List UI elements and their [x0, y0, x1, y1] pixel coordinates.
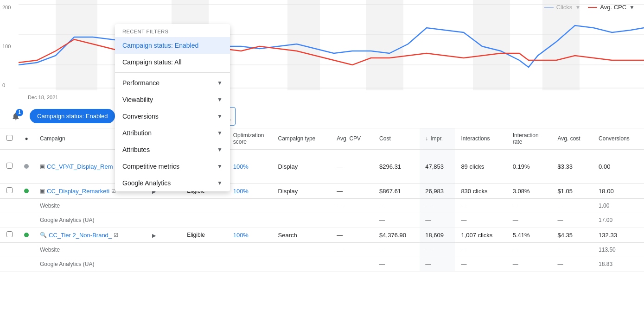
table-row: ▣ CC_VPAT_Display_Rem ✉ ▶ Eligible(Limit… [0, 149, 644, 183]
svg-rect-5 [542, 0, 580, 90]
th-interactions[interactable]: Interactions [455, 128, 507, 149]
svg-rect-4 [473, 0, 510, 90]
th-cost[interactable]: Cost [374, 128, 420, 149]
avg-cpv-cell: — [331, 149, 374, 183]
opt-score-cell: 100% [228, 149, 273, 183]
th-interaction-rate[interactable]: Interaction rate [507, 128, 552, 149]
campaign-type-icon: ▣ [40, 188, 45, 194]
status-dot [24, 233, 29, 237]
interaction-rate-cell: 3.08% [507, 183, 552, 199]
toolbar: 1 Campaign status: Enabled 🔍 [0, 104, 644, 128]
sub-label-cell: Google Analytics (UA) [34, 213, 147, 228]
filter-category-google-analytics[interactable]: Google Analytics ▼ [115, 175, 230, 191]
divider [115, 72, 230, 73]
campaign-flag-icon: ☑ [114, 232, 118, 238]
impr-cell: 26,983 [420, 183, 455, 199]
filter-item-all[interactable]: Campaign status: All [115, 54, 230, 70]
th-avg-cpv[interactable]: Avg. CPV [331, 128, 374, 149]
th-impr[interactable]: ↓ Impr. [420, 128, 455, 149]
filter-category-competitive[interactable]: Competitive metrics ▼ [115, 158, 230, 175]
th-avg-cost[interactable]: Avg. cost [552, 128, 593, 149]
table-row-sub: Website — — — — — — 113.50 [0, 243, 644, 257]
chevron-icon: ▼ [217, 80, 223, 86]
table-row-sub: Google Analytics (UA) — — — — — 17.00 [0, 213, 644, 228]
campaigns-table: ● Campaign Budget Status Optimization sc… [0, 128, 644, 272]
notification-button[interactable]: 1 [7, 108, 24, 125]
th-checkbox[interactable] [0, 128, 19, 149]
cost-cell: $4,376.90 [374, 228, 420, 243]
table-row-sub: Google Analytics (UA) — — — — — 18.83 [0, 257, 644, 272]
conversions-cell: 0.00 [593, 149, 644, 183]
chevron-icon-3: ▼ [217, 113, 223, 120]
sub-label-cell: Website [34, 243, 147, 257]
row-checkbox-cell[interactable] [0, 228, 19, 243]
conversions-cell: 132.33 [593, 228, 644, 243]
row-checkbox[interactable] [6, 187, 13, 193]
chevron-icon-7: ▼ [217, 180, 223, 186]
campaign-name-cell: 🔍 CC_Tier 2_Non-Brand_ ☑ [34, 228, 147, 243]
status-dot [24, 164, 29, 169]
row-checkbox-cell[interactable] [0, 183, 19, 199]
row-checkbox[interactable] [6, 231, 13, 237]
conversions-cell: 18.00 [593, 183, 644, 199]
campaign-type-cell: Display [273, 149, 332, 183]
status-dot-cell [19, 183, 34, 199]
avg-cost-cell: $3.33 [552, 149, 593, 183]
impr-cell: 47,853 [420, 149, 455, 183]
chart-y-labels: 200 100 0 [2, 0, 11, 93]
avg-cost-cell: $1.05 [552, 183, 593, 199]
table-row: ▣ CC_Display_Remarketi ☑ ▶ Eligible 100%… [0, 183, 644, 199]
table-row-sub: Website — — — — — — 1.00 [0, 199, 644, 213]
budget-cell: ▶ [147, 228, 181, 243]
interaction-rate-cell: 0.19% [507, 149, 552, 183]
table-header-row: ● Campaign Budget Status Optimization sc… [0, 128, 644, 149]
filter-category-performance[interactable]: Performance ▼ [115, 75, 230, 91]
th-dot: ● [19, 128, 34, 149]
chart-x-label: Dec 18, 2021 [28, 95, 58, 100]
th-campaign-type[interactable]: Campaign type [273, 128, 332, 149]
filter-category-viewability[interactable]: Viewability ▼ [115, 91, 230, 108]
campaign-type-cell: Search [273, 228, 332, 243]
campaign-link[interactable]: CC_Tier 2_Non-Brand_ [49, 232, 112, 239]
campaign-type-icon: ▣ [40, 163, 45, 170]
campaigns-table-wrapper: ● Campaign Budget Status Optimization sc… [0, 128, 644, 310]
svg-rect-3 [366, 0, 403, 90]
filter-dropdown: Recent filters Campaign status: Enabled … [115, 24, 230, 191]
campaign-status-button[interactable]: Campaign status: Enabled [30, 109, 115, 123]
status-dot-cell [19, 228, 34, 243]
status-dot [24, 189, 29, 193]
avg-cost-cell: $4.35 [552, 228, 593, 243]
row-checkbox-cell[interactable] [0, 149, 19, 183]
status-cell: Eligible [181, 228, 227, 243]
opt-score-cell: 100% [228, 228, 273, 243]
recent-filters-label: Recent filters [115, 24, 230, 37]
status-dot-cell [19, 149, 34, 183]
filter-category-attributes[interactable]: Attributes ▼ [115, 141, 230, 158]
select-all-checkbox[interactable] [6, 135, 13, 141]
filter-item-enabled[interactable]: Campaign status: Enabled [115, 37, 230, 54]
interactions-cell: 1,007 clicks [455, 228, 507, 243]
sub-label-cell: Google Analytics (UA) [34, 257, 147, 272]
th-opt-score[interactable]: Optimization score [228, 128, 273, 149]
campaign-type-cell: Display [273, 183, 332, 199]
campaign-link[interactable]: CC_Display_Remarketi [47, 188, 109, 195]
interactions-cell: 89 clicks [455, 149, 507, 183]
row-checkbox[interactable] [6, 163, 13, 169]
campaign-type-icon: 🔍 [40, 232, 47, 238]
impr-cell: 18,609 [420, 228, 455, 243]
chevron-icon-2: ▼ [217, 96, 223, 103]
cost-cell: $867.61 [374, 183, 420, 199]
th-conversions[interactable]: Conversions [593, 128, 644, 149]
avg-cpv-cell: — [331, 183, 374, 199]
opt-score-cell: 100% [228, 183, 273, 199]
campaign-link[interactable]: CC_VPAT_Display_Rem [47, 163, 113, 170]
filter-category-conversions[interactable]: Conversions ▼ [115, 108, 230, 125]
svg-rect-0 [56, 0, 97, 90]
chart-area: Clicks ▼ Avg. CPC ▼ 200 100 0 Dec 18, 20… [0, 0, 644, 104]
notification-badge: 1 [16, 109, 23, 116]
filter-category-attribution[interactable]: Attribution ▼ [115, 125, 230, 141]
chevron-icon-6: ▼ [217, 163, 223, 170]
chart-svg [19, 0, 644, 97]
sub-label-cell: Website [34, 199, 147, 213]
interactions-cell: 830 clicks [455, 183, 507, 199]
